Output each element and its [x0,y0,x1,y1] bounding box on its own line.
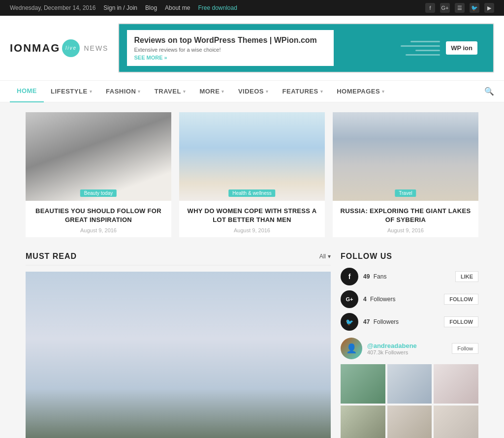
nav-item-lifestyle[interactable]: LIFESTYLE ▾ [44,81,99,102]
facebook-count: 49 Fans [363,273,450,280]
instagram-grid-item-4[interactable] [341,406,385,438]
chevron-down-icon: ▾ [90,89,93,94]
instagram-info: @andreadabene 407.3k Followers [367,342,417,355]
twitter-count: 47 Followers [363,318,439,325]
must-read-image [26,272,331,438]
card-body-1: BEAUTIES YOU SHOULD FOLLOW FOR GREAT INS… [26,201,171,237]
instagram-topbar-icon[interactable]: ☰ [455,3,465,13]
logo-name: IONMAG [10,42,60,55]
card-date-1: August 9, 2016 [30,227,167,233]
free-download-link[interactable]: Free download [198,4,237,11]
chevron-down-icon: ▾ [320,89,323,94]
nav-item-videos[interactable]: VIDEOS ▾ [231,81,276,102]
instagram-grid [341,364,478,438]
card-category-2: Health & wellness [228,189,275,197]
googleplus-number: 4 [363,296,367,303]
card-date-3: August 9, 2016 [337,227,474,233]
featured-grid: Beauty today BEAUTIES YOU SHOULD FOLLOW … [26,112,478,237]
ad-banner[interactable]: Reviews on top WordPress Themes | WPion.… [118,23,494,73]
youtube-topbar-icon[interactable]: ▶ [484,3,494,13]
must-read-section: MUST READ All ▾ [26,252,331,438]
about-link[interactable]: About me [165,4,190,11]
googleplus-icon: G+ [341,290,358,308]
search-icon[interactable]: 🔍 [484,87,494,96]
top-bar-social: f G+ ☰ 🐦 ▶ [425,3,494,13]
facebook-number: 49 [363,273,370,280]
card-image-2 [179,112,325,201]
card-image-3 [333,112,478,201]
instagram-follow-button[interactable]: Follow [452,343,478,354]
instagram-grid-item-2[interactable] [387,364,432,404]
follow-facebook: f 49 Fans LIKE [341,268,478,285]
card-date-2: August 9, 2016 [183,227,321,233]
chevron-down-icon: ▾ [382,89,385,94]
card-image-wrap: Health & wellness [179,112,325,201]
ad-deco-line [415,50,440,51]
signin-link[interactable]: Sign in / Join [103,4,137,11]
card-category-1: Beauty today [80,189,117,197]
must-read-title: MUST READ [26,252,77,261]
twitter-icon: 🐦 [341,313,358,331]
top-bar: Wednesday, December 14, 2016 Sign in / J… [0,0,504,16]
googleplus-label: Followers [370,296,395,303]
chevron-down-icon: ▾ [328,253,331,260]
nav-item-more[interactable]: MORE ▾ [192,81,231,102]
facebook-label: Fans [374,273,387,280]
instagram-profile: 👤 @andreadabene 407.3k Followers Follow [341,338,478,359]
logo: IONMAG live NEWS [10,39,108,57]
nav-item-fashion[interactable]: FASHION ▾ [99,81,148,102]
instagram-grid-item-3[interactable] [434,364,478,404]
card-image-wrap: Beauty today [26,112,171,201]
must-read-header: MUST READ All ▾ [26,252,331,266]
nav-item-homepages[interactable]: HOMEPAGES ▾ [330,81,392,102]
blog-link[interactable]: Blog [145,4,157,11]
ad-deco-line [401,45,440,47]
follow-twitter: 🐦 47 Followers FOLLOW [341,313,478,331]
instagram-grid-item-1[interactable] [341,364,385,404]
card-image-1 [26,112,171,201]
avatar-image: 👤 [341,338,362,359]
must-read-filter[interactable]: All ▾ [319,253,331,260]
twitter-follow-button[interactable]: FOLLOW [444,316,478,327]
card-title-3: RUSSIA: EXPLORING THE GIANT LAKES OF SYB… [337,207,474,224]
chevron-down-icon: ▾ [266,89,269,94]
chevron-down-icon: ▾ [183,89,186,94]
nav-item-travel[interactable]: TRAVEL ▾ [148,81,193,102]
ad-logo: WP ion [446,41,477,55]
content-row: MUST READ All ▾ FOLLOW US f 49 Fans LIKE [26,252,478,438]
ad-title: Reviews on top WordPress Themes | WPion.… [134,35,327,46]
nav-item-home[interactable]: HOME [10,81,44,102]
facebook-like-button[interactable]: LIKE [455,271,478,282]
instagram-grid-item-5[interactable] [387,406,432,438]
featured-card-2[interactable]: Health & wellness WHY DO WOMEN COPE WITH… [179,112,325,237]
follow-us-title: FOLLOW US [341,252,478,261]
ad-link[interactable]: SEE MORE » [134,55,167,61]
main-nav: HOME LIFESTYLE ▾ FASHION ▾ TRAVEL ▾ MORE… [0,81,504,102]
card-body-2: WHY DO WOMEN COPE WITH STRESS A LOT BETT… [179,201,325,237]
card-title-2: WHY DO WOMEN COPE WITH STRESS A LOT BETT… [183,207,321,224]
googleplus-topbar-icon[interactable]: G+ [440,3,450,13]
ad-subtitle: Extensive reviews for a wise choice! [134,47,327,53]
nav-item-features[interactable]: FEATURES ▾ [276,81,330,102]
ad-deco-line [410,41,440,42]
twitter-topbar-icon[interactable]: 🐦 [470,3,479,13]
chevron-down-icon: ▾ [138,89,141,94]
instagram-avatar: 👤 [341,338,362,359]
nav-items: HOME LIFESTYLE ▾ FASHION ▾ TRAVEL ▾ MORE… [10,81,484,102]
instagram-grid-item-6[interactable] [434,406,478,438]
googleplus-follow-button[interactable]: FOLLOW [444,294,478,305]
card-body-3: RUSSIA: EXPLORING THE GIANT LAKES OF SYB… [333,201,478,237]
facebook-topbar-icon[interactable]: f [425,3,435,13]
filter-label: All [319,253,326,260]
instagram-followers: 407.3k Followers [367,349,417,355]
featured-card-3[interactable]: Travel RUSSIA: EXPLORING THE GIANT LAKES… [333,112,478,237]
follow-googleplus: G+ 4 Followers FOLLOW [341,290,478,308]
sidebar: FOLLOW US f 49 Fans LIKE G+ 4 Followers … [341,252,478,438]
twitter-label: Followers [374,318,399,325]
card-image-wrap: Travel [333,112,478,201]
twitter-number: 47 [363,318,370,325]
card-title-1: BEAUTIES YOU SHOULD FOLLOW FOR GREAT INS… [30,207,167,224]
featured-card-1[interactable]: Beauty today BEAUTIES YOU SHOULD FOLLOW … [26,112,171,237]
googleplus-count: 4 Followers [363,296,439,303]
instagram-handle[interactable]: @andreadabene [367,342,417,349]
